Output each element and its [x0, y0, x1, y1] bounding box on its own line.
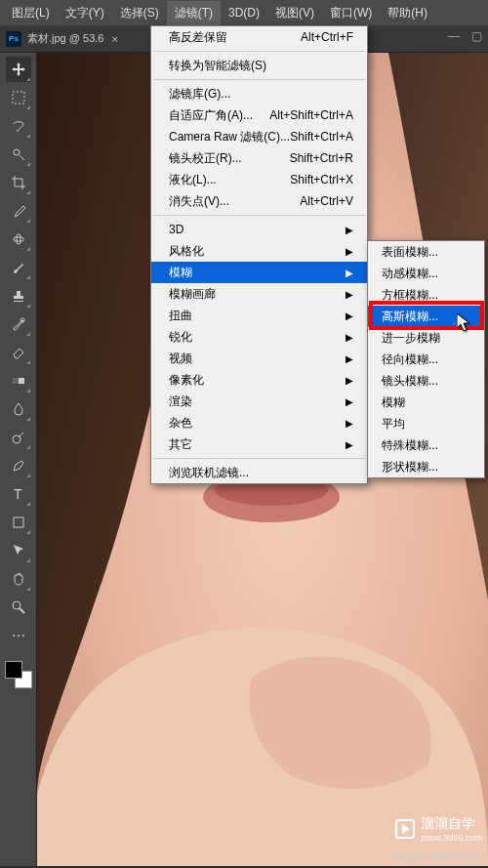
- filter-menu-item[interactable]: 滤镜库(G)...: [151, 83, 367, 104]
- pen-tool[interactable]: [6, 453, 31, 478]
- filter-menu-item[interactable]: 3D▶: [151, 219, 367, 240]
- zoom-tool[interactable]: [6, 595, 31, 620]
- window-minimize-icon[interactable]: —: [448, 29, 460, 43]
- menu-view[interactable]: 视图(V): [267, 1, 322, 25]
- menu-text[interactable]: 文字(Y): [58, 1, 112, 25]
- filter-menu-item[interactable]: 其它▶: [151, 434, 367, 455]
- brand-site: zixue.3d66.com: [421, 833, 482, 843]
- menubar: 图层(L) 文字(Y) 选择(S) 滤镜(T) 3D(D) 视图(V) 窗口(W…: [0, 0, 488, 25]
- blur-submenu: 表面模糊...动感模糊...方框模糊...高斯模糊...进一步模糊径向模糊...…: [367, 240, 485, 478]
- menu-layer[interactable]: 图层(L): [4, 1, 58, 25]
- tab-close-button[interactable]: ×: [111, 33, 117, 45]
- filter-menu-item[interactable]: 镜头校正(R)...Shift+Ctrl+R: [151, 147, 367, 169]
- filter-menu-item[interactable]: 模糊▶: [151, 262, 367, 283]
- gradient-tool[interactable]: [6, 368, 31, 393]
- quick-select-tool[interactable]: [6, 142, 31, 167]
- svg-rect-9: [14, 517, 23, 527]
- filter-menu-item[interactable]: Camera Raw 滤镜(C)...Shift+Ctrl+A: [151, 126, 367, 147]
- menu-3d[interactable]: 3D(D): [221, 2, 267, 23]
- color-swatches[interactable]: [5, 661, 32, 688]
- watermark-text: jingyan.baidu.com: [395, 850, 482, 862]
- filter-menu-item[interactable]: 扭曲▶: [151, 305, 367, 326]
- type-tool[interactable]: T: [6, 481, 31, 507]
- hand-tool[interactable]: [6, 566, 31, 592]
- blur-submenu-item[interactable]: 高斯模糊...: [368, 306, 484, 327]
- filter-menu-item[interactable]: 液化(L)...Shift+Ctrl+X: [151, 169, 367, 190]
- stamp-tool[interactable]: [6, 283, 31, 309]
- tools-panel: T ⋯: [0, 53, 37, 866]
- svg-rect-2: [14, 237, 23, 241]
- document-tab-title[interactable]: 素材.jpg @ 53.6: [27, 31, 103, 46]
- blur-submenu-item[interactable]: 平均: [368, 413, 484, 434]
- blur-submenu-item[interactable]: 形状模糊...: [368, 456, 484, 477]
- blur-submenu-item[interactable]: 动感模糊...: [368, 263, 484, 284]
- window-maximize-icon[interactable]: ▢: [471, 29, 482, 43]
- filter-menu-item[interactable]: 模糊画廊▶: [151, 283, 367, 305]
- eraser-tool[interactable]: [6, 340, 31, 365]
- filter-menu-item[interactable]: 浏览联机滤镜...: [151, 462, 367, 483]
- shape-tool[interactable]: [6, 510, 31, 535]
- blur-submenu-item[interactable]: 镜头模糊...: [368, 370, 484, 392]
- move-tool[interactable]: [6, 57, 31, 82]
- filter-menu-item[interactable]: 自适应广角(A)...Alt+Shift+Ctrl+A: [151, 104, 367, 126]
- brush-tool[interactable]: [6, 255, 31, 280]
- play-icon: [395, 819, 415, 839]
- foreground-swatch[interactable]: [5, 661, 22, 679]
- blur-submenu-item[interactable]: 径向模糊...: [368, 349, 484, 370]
- blur-submenu-item[interactable]: 模糊: [368, 392, 484, 413]
- svg-point-10: [13, 601, 20, 609]
- filter-menu-item[interactable]: 高反差保留Alt+Ctrl+F: [151, 26, 367, 48]
- blur-submenu-item[interactable]: 方框模糊...: [368, 284, 484, 306]
- eyedropper-tool[interactable]: [6, 198, 31, 224]
- filter-menu-item[interactable]: 消失点(V)...Alt+Ctrl+V: [151, 190, 367, 212]
- blur-tool[interactable]: [6, 396, 31, 422]
- menu-filter[interactable]: 滤镜(T): [167, 1, 221, 25]
- svg-point-7: [13, 435, 20, 443]
- filter-menu-item[interactable]: 像素化▶: [151, 369, 367, 391]
- dodge-tool[interactable]: [6, 425, 31, 450]
- path-select-tool[interactable]: [6, 538, 31, 563]
- filter-menu-item[interactable]: 杂色▶: [151, 412, 367, 434]
- history-brush-tool[interactable]: [6, 311, 31, 337]
- svg-rect-3: [17, 234, 20, 244]
- menu-window[interactable]: 窗口(W): [322, 1, 380, 25]
- heal-tool[interactable]: [6, 227, 31, 252]
- ps-icon: Ps: [6, 31, 21, 47]
- blur-submenu-item[interactable]: 表面模糊...: [368, 241, 484, 263]
- filter-menu-item[interactable]: 锐化▶: [151, 326, 367, 348]
- svg-point-1: [14, 149, 20, 155]
- lasso-tool[interactable]: [6, 113, 31, 139]
- svg-rect-6: [13, 378, 19, 384]
- filter-menu-item[interactable]: 渲染▶: [151, 391, 367, 412]
- marquee-tool[interactable]: [6, 85, 31, 110]
- brand-badge: 溜溜自学 zixue.3d66.com: [395, 815, 482, 843]
- filter-menu-dropdown: 高反差保留Alt+Ctrl+F转换为智能滤镜(S)滤镜库(G)...自适应广角(…: [150, 25, 368, 484]
- blur-submenu-item[interactable]: 进一步模糊: [368, 327, 484, 349]
- filter-menu-item[interactable]: 风格化▶: [151, 240, 367, 262]
- svg-rect-0: [13, 92, 24, 103]
- edit-toolbar-icon[interactable]: ⋯: [6, 623, 31, 648]
- brand-name: 溜溜自学: [421, 815, 482, 833]
- crop-tool[interactable]: [6, 170, 31, 195]
- menu-select[interactable]: 选择(S): [112, 1, 167, 25]
- blur-submenu-item[interactable]: 特殊模糊...: [368, 434, 484, 456]
- svg-text:T: T: [14, 486, 22, 502]
- menu-help[interactable]: 帮助(H): [380, 1, 435, 25]
- filter-menu-item[interactable]: 转换为智能滤镜(S): [151, 55, 367, 76]
- filter-menu-item[interactable]: 视频▶: [151, 348, 367, 369]
